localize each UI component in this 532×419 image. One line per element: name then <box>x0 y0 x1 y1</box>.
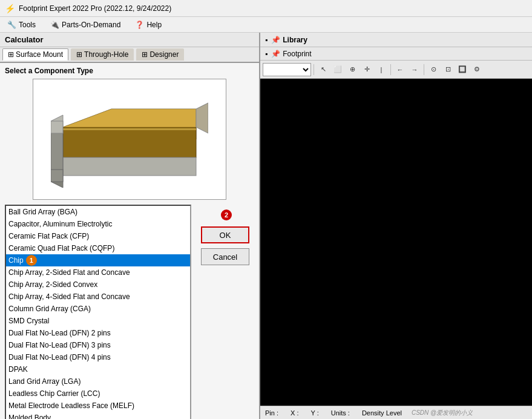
toolbar-btn-settings[interactable]: ⚙ <box>470 63 484 76</box>
svg-rect-3 <box>63 157 196 176</box>
chip-preview-svg <box>51 91 208 188</box>
status-units: Units : <box>331 409 352 417</box>
component-list-item[interactable]: Chip1 <box>6 254 190 266</box>
help-icon: ❓ <box>135 21 144 29</box>
watermark-container: CSDN @爱发明的小义 <box>412 409 473 417</box>
ok-button[interactable]: OK <box>201 226 249 243</box>
component-list: Ball Grid Array (BGA)Capacitor, Aluminum… <box>6 206 190 419</box>
component-list-item[interactable]: Land Grid Array (LGA) <box>6 375 190 388</box>
toolbar-btn-grid[interactable]: ⊡ <box>441 63 455 76</box>
menu-bar: 🔧 Tools 🔌 Parts-On-Demand ❓ Help <box>0 17 532 33</box>
badge-2: 2 <box>221 210 232 220</box>
component-list-item[interactable]: Molded Body <box>6 412 190 419</box>
component-list-item[interactable]: Leadless Chip Carrier (LCC) <box>6 388 190 400</box>
menu-help[interactable]: ❓ Help <box>133 19 164 30</box>
tab-bar: ⊞ Surface Mount ⊞ Through-Hole ⊞ Designe… <box>0 47 259 63</box>
right-panel-inner: ▪ 📌 Library ▪ 📌 Footprint ↖ ⬜ ⊕ ✛ | <box>260 33 532 419</box>
right-panel: ▪ 📌 Library ▪ 📌 Footprint ↖ ⬜ ⊕ ✛ | <box>260 33 532 419</box>
toolbar-btn-back[interactable]: ← <box>393 63 407 76</box>
main-layout: Calculator ⊞ Surface Mount ⊞ Through-Hol… <box>0 33 532 419</box>
y-label: Y : <box>310 409 318 417</box>
status-y: Y : <box>310 409 321 417</box>
component-list-item[interactable]: SMD Crystal <box>6 315 190 327</box>
component-list-item[interactable]: Column Grid Array (CGA) <box>6 303 190 315</box>
component-list-item[interactable]: Capacitor, Aluminum Electrolytic <box>6 218 190 230</box>
svg-marker-11 <box>196 103 208 133</box>
component-list-item[interactable]: Ball Grid Array (BGA) <box>6 206 190 218</box>
toolbar-btn-cursor[interactable]: ↖ <box>317 63 330 76</box>
toolbar-btn-forward[interactable]: → <box>408 63 421 76</box>
toolbar-sep-2 <box>390 64 391 75</box>
units-label: Units : <box>331 409 350 417</box>
watermark-text: CSDN @爱发明的小义 <box>412 409 473 417</box>
toolbar-btn-3d[interactable]: 🔲 <box>456 63 469 76</box>
list-and-buttons: Ball Grid Array (BGA)Capacitor, Aluminum… <box>5 205 254 419</box>
svg-marker-2 <box>63 109 196 127</box>
surface-mount-icon: ⊞ <box>8 50 14 59</box>
toolbar-sep-3 <box>424 64 424 75</box>
component-list-item[interactable]: Metal Electrode Leadless Face (MELF) <box>6 400 190 412</box>
component-list-item[interactable]: Chip Array, 2-Sided Convex <box>6 279 190 291</box>
svg-rect-8 <box>63 128 196 130</box>
app-icon: ⚡ <box>5 4 15 13</box>
toolbar-btn-zoom-box[interactable]: ⬜ <box>331 63 344 76</box>
status-pin: Pin : <box>265 409 281 417</box>
cancel-button[interactable]: Cancel <box>201 248 249 265</box>
svg-rect-1 <box>63 127 196 157</box>
tab-through-hole[interactable]: ⊞ Through-Hole <box>71 48 134 61</box>
left-panel: Calculator ⊞ Surface Mount ⊞ Through-Hol… <box>0 33 260 419</box>
menu-parts-on-demand[interactable]: 🔌 Parts-On-Demand <box>48 19 123 30</box>
toolbar-btn-layers[interactable]: ⊙ <box>427 63 440 76</box>
calculator-header: Calculator <box>0 33 259 47</box>
canvas-area <box>260 79 532 406</box>
right-header: ▪ 📌 Library <box>260 33 532 47</box>
pin-label: Pin : <box>265 409 278 417</box>
x-label: X : <box>291 409 298 417</box>
status-density: Density Level <box>362 409 402 417</box>
preview-area <box>33 79 226 200</box>
section-label: Select a Component Type <box>5 67 254 75</box>
tab-surface-mount[interactable]: ⊞ Surface Mount <box>2 48 68 61</box>
toolbar-dropdown[interactable] <box>263 63 311 76</box>
tab-designer[interactable]: ⊞ Designer <box>136 48 184 61</box>
status-x: X : <box>291 409 301 417</box>
component-list-item[interactable]: Dual Flat No-Lead (DFN) 2 pins <box>6 327 190 339</box>
toolbar-btn-measure[interactable]: | <box>375 63 388 76</box>
component-list-container[interactable]: Ball Grid Array (BGA)Capacitor, Aluminum… <box>5 205 191 419</box>
svg-rect-10 <box>51 170 63 182</box>
density-label: Density Level <box>362 409 402 417</box>
component-list-item[interactable]: Dual Flat No-Lead (DFN) 3 pins <box>6 339 190 351</box>
tools-icon: 🔧 <box>7 21 16 29</box>
right-sub-icon: 📌 <box>271 50 280 58</box>
right-header-pin-icon: 📌 <box>271 36 280 44</box>
designer-icon: ⊞ <box>142 50 148 59</box>
svg-marker-4 <box>51 127 63 176</box>
menu-tools[interactable]: 🔧 Tools <box>5 19 38 30</box>
toolbar-btn-pan[interactable]: ✛ <box>360 63 373 76</box>
component-list-item[interactable]: Chip Array, 2-Sided Flat and Concave <box>6 266 190 279</box>
svg-rect-9 <box>51 121 63 133</box>
component-section: Select a Component Type <box>0 63 259 419</box>
component-list-item[interactable]: Ceramic Flat Pack (CFP) <box>6 230 190 242</box>
status-bar: Pin : X : Y : Units : Density Level <box>260 406 532 419</box>
list-wrapper: Ball Grid Array (BGA)Capacitor, Aluminum… <box>5 205 191 419</box>
through-hole-icon: ⊞ <box>76 50 82 59</box>
component-list-item[interactable]: DPAK <box>6 363 190 375</box>
title-bar: ⚡ Footprint Expert 2022 Pro (2022.12, 9/… <box>0 0 532 17</box>
toolbar-btn-zoom-fit[interactable]: ⊕ <box>346 63 359 76</box>
badge-1: 1 <box>26 255 37 266</box>
dialog-buttons: 2 OK Cancel <box>196 205 254 419</box>
toolbar-sep-1 <box>314 64 314 75</box>
component-list-item[interactable]: Dual Flat No-Lead (DFN) 4 pins <box>6 351 190 363</box>
toolbar-area: ↖ ⬜ ⊕ ✛ | ← → ⊙ ⊡ 🔲 ⚙ <box>260 61 532 79</box>
component-list-item[interactable]: Ceramic Quad Flat Pack (CQFP) <box>6 242 190 254</box>
title-bar-text: Footprint Expert 2022 Pro (2022.12, 9/24… <box>19 4 171 13</box>
parts-icon: 🔌 <box>50 21 59 29</box>
component-list-item[interactable]: Chip Array, 4-Sided Flat and Concave <box>6 291 190 303</box>
right-sub-header: ▪ 📌 Footprint <box>260 47 532 61</box>
